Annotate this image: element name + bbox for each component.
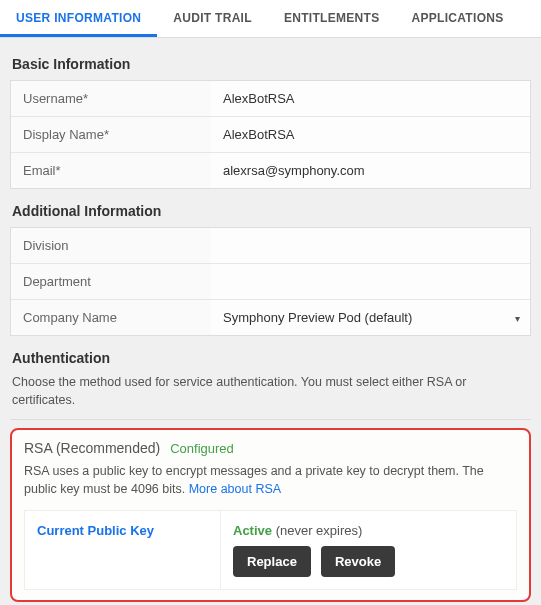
basic-info-title: Basic Information: [12, 56, 531, 72]
table-row: Company Name Symphony Preview Pod (defau…: [11, 300, 530, 335]
username-field[interactable]: AlexBotRSA: [211, 81, 530, 116]
basic-info-table: Username* AlexBotRSA Display Name* AlexB…: [10, 80, 531, 189]
auth-title: Authentication: [12, 350, 531, 366]
tab-entitlements[interactable]: ENTITLEMENTS: [268, 0, 396, 37]
content: Basic Information Username* AlexBotRSA D…: [0, 38, 541, 605]
department-label: Department: [11, 264, 211, 299]
email-field[interactable]: alexrsa@symphony.com: [211, 153, 530, 188]
email-label: Email*: [11, 153, 211, 188]
rsa-title: RSA (Recommended): [24, 440, 160, 456]
table-row: Department: [11, 264, 530, 300]
replace-button[interactable]: Replace: [233, 546, 311, 577]
revoke-button[interactable]: Revoke: [321, 546, 395, 577]
public-key-row: Current Public Key Active (never expires…: [24, 510, 517, 590]
display-name-label: Display Name*: [11, 117, 211, 152]
company-label: Company Name: [11, 300, 211, 335]
tab-applications[interactable]: APPLICATIONS: [395, 0, 519, 37]
tab-audit-trail[interactable]: AUDIT TRAIL: [157, 0, 268, 37]
current-public-key-link[interactable]: Current Public Key: [25, 511, 220, 589]
table-row: Display Name* AlexBotRSA: [11, 117, 530, 153]
rsa-desc: RSA uses a public key to encrypt message…: [24, 462, 517, 498]
additional-info-table: Division Department Company Name Symphon…: [10, 227, 531, 336]
auth-desc: Choose the method used for service authe…: [12, 374, 529, 409]
tabs: USER INFORMATION AUDIT TRAIL ENTITLEMENT…: [0, 0, 541, 38]
key-active-status: Active: [233, 523, 272, 538]
more-about-rsa-link[interactable]: More about RSA: [189, 482, 281, 496]
department-field[interactable]: [211, 264, 530, 299]
additional-info-title: Additional Information: [12, 203, 531, 219]
display-name-field[interactable]: AlexBotRSA: [211, 117, 530, 152]
table-row: Username* AlexBotRSA: [11, 81, 530, 117]
key-actions: Replace Revoke: [233, 546, 504, 577]
division-label: Division: [11, 228, 211, 263]
company-select[interactable]: Symphony Preview Pod (default): [211, 300, 530, 335]
divider: [10, 419, 531, 420]
table-row: Email* alexrsa@symphony.com: [11, 153, 530, 188]
public-key-details: Active (never expires) Replace Revoke: [220, 511, 516, 589]
key-expiry-note: (never expires): [276, 523, 363, 538]
rsa-panel: RSA (Recommended) Configured RSA uses a …: [10, 428, 531, 602]
division-field[interactable]: [211, 228, 530, 263]
rsa-status: Configured: [170, 441, 234, 456]
rsa-header: RSA (Recommended) Configured: [24, 440, 517, 456]
username-label: Username*: [11, 81, 211, 116]
tab-user-information[interactable]: USER INFORMATION: [0, 0, 157, 37]
table-row: Division: [11, 228, 530, 264]
